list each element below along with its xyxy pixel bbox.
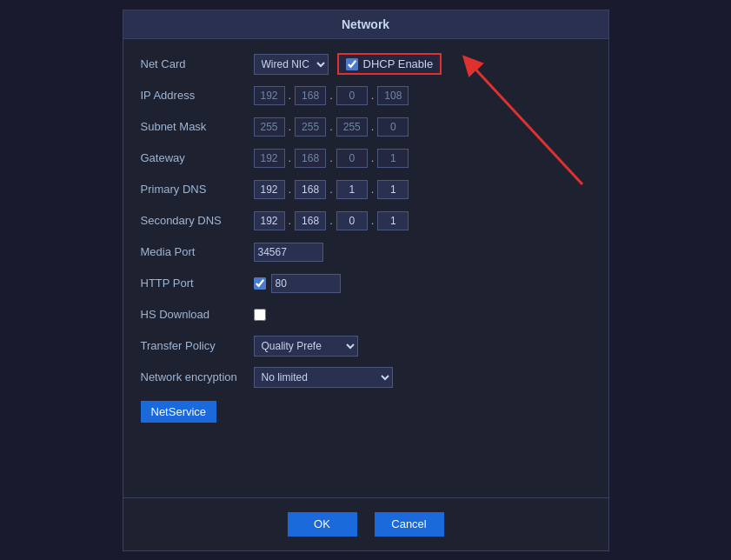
pdns-field-1[interactable]	[254, 180, 285, 199]
gateway-field-3[interactable]	[336, 149, 368, 168]
ip-dot-2: .	[328, 89, 335, 102]
dialog-footer: OK Cancel	[123, 497, 608, 550]
pdns-field-4[interactable]	[377, 180, 409, 199]
ip-dot-1: .	[287, 89, 294, 102]
subnet-mask-row: Subnet Mask . . .	[141, 116, 591, 138]
net-service-row: NetService	[141, 397, 591, 423]
pdns-dot-2: .	[328, 183, 335, 196]
gateway-field-1[interactable]	[254, 149, 285, 168]
network-encryption-row: Network encryption No limited TLS Custom	[141, 366, 591, 389]
sdns-field-3[interactable]	[336, 211, 368, 230]
subnet-dot-1: .	[287, 120, 294, 133]
secondary-dns-input-group: . . .	[254, 211, 409, 230]
net-card-controls: Wired NIC DHCP Enable	[254, 53, 442, 75]
ip-address-row: IP Address . . .	[141, 84, 591, 107]
http-port-input[interactable]	[271, 274, 341, 293]
ok-button[interactable]: OK	[288, 512, 357, 537]
gateway-dot-1: .	[287, 151, 294, 164]
http-port-controls	[254, 274, 341, 293]
subnet-field-2[interactable]	[295, 117, 326, 137]
hs-download-checkbox[interactable]	[254, 309, 266, 321]
subnet-label: Subnet Mask	[141, 120, 254, 133]
pdns-field-3[interactable]	[336, 180, 368, 199]
subnet-dot-2: .	[328, 120, 335, 133]
transfer-policy-row: Transfer Policy Quality Prefe Fluency Pr…	[141, 335, 591, 357]
ip-field-4[interactable]	[377, 86, 409, 105]
sdns-dot-3: .	[369, 214, 376, 227]
sdns-field-2[interactable]	[295, 211, 326, 230]
sdns-dot-1: .	[287, 214, 294, 227]
dhcp-checkbox[interactable]	[346, 58, 358, 70]
pdns-dot-3: .	[369, 183, 376, 196]
pdns-dot-1: .	[287, 183, 294, 196]
dhcp-label: DHCP Enable	[363, 57, 434, 70]
net-card-select[interactable]: Wired NIC	[254, 54, 329, 75]
media-port-label: Media Port	[141, 245, 254, 258]
ip-dot-3: .	[369, 89, 376, 102]
subnet-field-4[interactable]	[377, 117, 409, 137]
subnet-input-group: . . .	[254, 117, 409, 137]
hs-download-row: HS Download	[141, 303, 591, 326]
network-encryption-label: Network encryption	[141, 370, 254, 383]
hs-download-label: HS Download	[141, 308, 254, 321]
dialog-body: Net Card Wired NIC DHCP Enable IP Addres…	[123, 39, 608, 445]
gateway-input-group: . . .	[254, 149, 409, 168]
pdns-field-2[interactable]	[295, 180, 326, 199]
secondary-dns-row: Secondary DNS . . .	[141, 210, 591, 232]
ip-field-3[interactable]	[336, 86, 368, 105]
primary-dns-label: Primary DNS	[141, 183, 254, 196]
http-port-label: HTTP Port	[141, 277, 254, 290]
ip-field-1[interactable]	[254, 86, 285, 105]
primary-dns-row: Primary DNS . . .	[141, 178, 591, 201]
primary-dns-input-group: . . .	[254, 180, 409, 199]
subnet-field-3[interactable]	[336, 117, 368, 137]
network-encryption-select[interactable]: No limited TLS Custom	[254, 367, 393, 388]
gateway-dot-3: .	[369, 151, 376, 164]
subnet-field-1[interactable]	[254, 117, 285, 137]
secondary-dns-label: Secondary DNS	[141, 214, 254, 227]
ip-label: IP Address	[141, 89, 254, 102]
dialog-title: Network	[123, 10, 608, 39]
media-port-input[interactable]	[254, 243, 323, 262]
media-port-row: Media Port	[141, 241, 591, 263]
http-port-row: HTTP Port	[141, 272, 591, 295]
network-dialog: Network Net Card Wired NIC DHCP Enable I…	[123, 10, 609, 551]
transfer-policy-select[interactable]: Quality Prefe Fluency Prefer Adaptive	[254, 336, 358, 357]
subnet-dot-3: .	[369, 120, 376, 133]
sdns-dot-2: .	[328, 214, 335, 227]
transfer-policy-label: Transfer Policy	[141, 339, 254, 352]
net-card-row: Net Card Wired NIC DHCP Enable	[141, 53, 591, 76]
cancel-button[interactable]: Cancel	[375, 512, 444, 537]
gateway-label: Gateway	[141, 151, 254, 164]
ip-input-group: . . .	[254, 86, 409, 105]
sdns-field-1[interactable]	[254, 211, 285, 230]
http-port-checkbox[interactable]	[254, 277, 266, 290]
sdns-field-4[interactable]	[377, 211, 409, 230]
dhcp-box: DHCP Enable	[337, 53, 442, 75]
gateway-field-4[interactable]	[377, 149, 409, 168]
net-card-label: Net Card	[141, 57, 254, 70]
ip-field-2[interactable]	[295, 86, 326, 105]
gateway-row: Gateway . . .	[141, 147, 591, 170]
gateway-dot-2: .	[328, 151, 335, 164]
net-service-button[interactable]: NetService	[141, 401, 217, 423]
gateway-field-2[interactable]	[295, 149, 326, 168]
